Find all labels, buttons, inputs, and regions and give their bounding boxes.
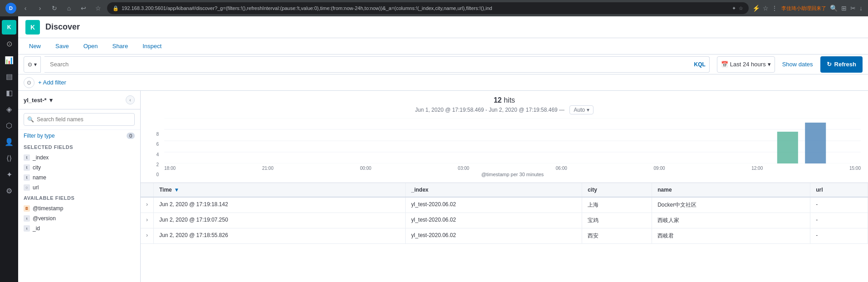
index-pattern-selector[interactable]: yl_test-* ▾ [24, 97, 53, 104]
chart-area: 12 hits Jun 1, 2020 @ 17:19:58.469 - Jun… [141, 91, 868, 183]
city-cell: 上海 [582, 197, 652, 213]
add-filter-button[interactable]: + Add filter [38, 79, 66, 86]
calendar-icon: 📅 [721, 61, 728, 68]
browser-avatar: D [5, 3, 16, 14]
city-col-header[interactable]: city [582, 183, 652, 197]
selected-field-item[interactable]: ○ url [18, 183, 140, 193]
back-button[interactable]: ‹ [20, 3, 31, 14]
nav-canvas-icon[interactable]: ◧ [2, 85, 16, 100]
search-browser-icon: 🔍 [830, 5, 838, 12]
expand-cell[interactable]: › [141, 197, 154, 213]
expand-button[interactable]: › [146, 217, 148, 223]
selected-field-item[interactable]: t name [18, 173, 140, 183]
field-type-badge: ○ [24, 184, 30, 191]
table-row: › Jun 2, 2020 @ 17:19:18.142 yl_test-202… [141, 197, 868, 213]
field-name: name [33, 174, 46, 181]
field-search-input[interactable] [24, 113, 135, 126]
_index-col-header[interactable]: _index [406, 183, 582, 197]
expand-button[interactable]: › [146, 201, 148, 208]
top-toolbar: New Save Open Share Inspect [18, 38, 868, 54]
available-field-item[interactable]: t @version [18, 213, 140, 223]
home-button[interactable]: ⌂ [64, 3, 74, 14]
nav-siem-icon[interactable]: ✦ [2, 167, 16, 182]
bookmark-icon: ☆ [763, 5, 769, 12]
nav-discover-icon[interactable]: ⊙ [2, 36, 16, 51]
user-text: 李佳琦小助理回来了 [781, 5, 826, 12]
filter-by-type-row[interactable]: Filter by type 0 [18, 130, 140, 142]
share-button[interactable]: Share [108, 41, 132, 51]
field-type-badge: t [24, 164, 30, 171]
nav-ml-icon[interactable]: ⬡ [2, 118, 16, 133]
expand-cell[interactable]: › [141, 213, 154, 228]
time-col-header[interactable]: Time ▾ [154, 183, 406, 197]
address-bar[interactable]: 🔒 192.168.3.200:5601/app/kibana#/discove… [107, 2, 749, 14]
sidebar-search: 🔍 [18, 109, 140, 130]
app-chrome: K Discover [18, 16, 868, 38]
available-fields-list: 🗓 @timestamp t @version t _id [18, 203, 140, 233]
auto-selector-inline[interactable]: Auto ▾ [569, 105, 593, 114]
show-dates-button[interactable]: Show dates [779, 61, 817, 68]
selected-field-item[interactable]: t city [18, 163, 140, 173]
nav-apm-icon[interactable]: ⟨⟩ [2, 151, 16, 165]
star-button[interactable]: ☆ [93, 3, 103, 14]
available-field-item[interactable]: t _id [18, 223, 140, 233]
nav-infra-icon[interactable]: 👤 [2, 134, 16, 149]
field-search-wrapper: 🔍 [24, 113, 135, 126]
more-icon: ⋮ [771, 5, 778, 12]
field-search-icon: 🔍 [27, 116, 34, 123]
nav-dashboard-icon[interactable]: ▤ [2, 69, 16, 84]
nav-visualize-icon[interactable]: 📊 [2, 53, 16, 67]
new-button[interactable]: New [25, 41, 44, 51]
nav-maps-icon[interactable]: ◈ [2, 102, 16, 116]
time-label: Last 24 hours [730, 61, 766, 68]
name-col-header[interactable]: name [652, 183, 810, 197]
forward-button[interactable]: › [34, 3, 45, 14]
sidebar-header: yl_test-* ▾ ‹ [18, 91, 140, 109]
search-type-chevron: ▾ [34, 61, 37, 68]
sort-icon: ▾ [175, 187, 178, 193]
expand-col-header [141, 183, 154, 197]
hits-label: 12 hits [148, 96, 861, 104]
index-pattern-chevron: ▾ [49, 97, 53, 104]
hits-count: 12 [494, 96, 502, 104]
refresh-button[interactable]: ↻ Refresh [820, 56, 863, 73]
filter-row: ⊙ + Add filter [18, 74, 868, 91]
search-type-icon: ⊙ [28, 61, 32, 68]
field-name: _index [33, 154, 49, 161]
add-filter-label: + Add filter [38, 79, 66, 86]
search-bar-row: ⊙ ▾ KQL 📅 Last 24 hours ▾ Show dates ↻ R… [18, 54, 868, 74]
available-fields-label: Available fields [18, 193, 140, 203]
field-name: @timestamp [33, 205, 64, 212]
filter-options-button[interactable]: ⊙ [24, 77, 34, 88]
url-col-header[interactable]: url [810, 183, 868, 197]
inspect-button[interactable]: Inspect [139, 41, 165, 51]
city-cell: 宝鸡 [582, 213, 652, 228]
search-input[interactable] [44, 61, 691, 68]
content-area: 12 hits Jun 1, 2020 @ 17:19:58.469 - Jun… [141, 91, 868, 282]
city-cell: 西安 [582, 228, 652, 244]
save-button[interactable]: Save [52, 41, 73, 51]
kibana-icon: K [25, 20, 40, 35]
collapse-sidebar-button[interactable]: ‹ [126, 95, 135, 104]
chart-header: 12 hits Jun 1, 2020 @ 17:19:58.469 - Jun… [148, 96, 861, 114]
field-type-badge: t [24, 215, 30, 222]
reload-button[interactable]: ↻ [49, 3, 60, 14]
kibana-logo-icon[interactable]: K [2, 20, 16, 35]
index-cell: yl_test-2020.06.02 [406, 213, 582, 228]
selected-field-item[interactable]: t _index [18, 153, 140, 163]
time-selector[interactable]: 📅 Last 24 hours ▾ [717, 56, 775, 73]
available-field-item[interactable]: 🗓 @timestamp [18, 203, 140, 213]
bookmark-back-button[interactable]: ↩ [78, 3, 89, 14]
results-table-wrapper[interactable]: Time ▾ _index city name url › Jun 2, 20 [141, 183, 868, 282]
expand-button[interactable]: › [146, 232, 148, 238]
field-name: url [33, 184, 39, 191]
search-type-selector[interactable]: ⊙ ▾ [24, 56, 41, 73]
results-table: Time ▾ _index city name url › Jun 2, 20 [141, 183, 868, 244]
field-type-badge: t [24, 174, 30, 181]
open-button[interactable]: Open [80, 41, 102, 51]
field-type-badge: t [24, 225, 30, 232]
nav-dev-tools-icon[interactable]: ⚙ [2, 183, 16, 198]
url-text: 192.168.3.200:5601/app/kibana#/discover?… [122, 5, 729, 11]
expand-cell[interactable]: › [141, 228, 154, 244]
kql-toggle[interactable]: KQL [691, 61, 709, 68]
